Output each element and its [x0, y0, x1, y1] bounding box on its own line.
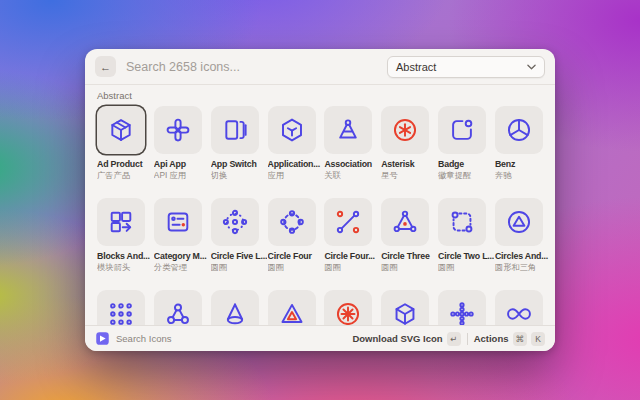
search-input[interactable]: Search 2658 icons...: [126, 60, 240, 74]
icon-name: Asterisk: [381, 159, 437, 169]
icon-cell-molecule: [154, 290, 210, 325]
icon-tile-asterisk[interactable]: [381, 106, 429, 154]
icon-cell-circle-three: Circle Three圆圈: [381, 198, 437, 274]
icon-tile-cube[interactable]: [381, 290, 429, 325]
search-header: ← Search 2658 icons... Abstract: [85, 49, 555, 85]
icon-tile-cone[interactable]: [211, 290, 259, 325]
icon-tile-blocks-and-arrows[interactable]: [97, 198, 145, 246]
icon-tile-circle-three[interactable]: [381, 198, 429, 246]
icon-name: Benz: [495, 159, 551, 169]
footer-bar: Search Icons Download SVG Icon ↵ Actions…: [85, 325, 555, 351]
icon-tile-circles-and-triangle[interactable]: [495, 198, 543, 246]
icon-name: Api App: [154, 159, 210, 169]
icon-cell-badge: Badge徽章提醒: [438, 106, 494, 182]
results-area: Abstract Ad Product广告产品Api AppAPI 应用App …: [85, 85, 555, 325]
icon-name: Circle Five L...: [211, 251, 267, 261]
icon-name: Association: [324, 159, 380, 169]
iconpark-logo: [95, 331, 110, 346]
icon-subtitle: 广告产品: [97, 170, 153, 181]
icon-tile-app-switch[interactable]: [211, 106, 259, 154]
back-button[interactable]: ←: [95, 56, 116, 77]
icon-tile-circle-four[interactable]: [268, 198, 316, 246]
icon-name: Application...: [268, 159, 324, 169]
icon-cell-dot-matrix: [97, 290, 153, 325]
icon-tile-dots-cross[interactable]: [438, 290, 486, 325]
icon-tile-application[interactable]: [268, 106, 316, 154]
icon-subtitle: 奔驰: [495, 170, 551, 181]
icon-cell-circle-four-lines: Circle Four...圆圈: [324, 198, 380, 274]
actions-menu[interactable]: Actions ⌘ K: [474, 332, 545, 346]
icon-tile-circle-four-lines[interactable]: [324, 198, 372, 246]
icon-tile-infinity[interactable]: [495, 290, 543, 325]
actions-label: Actions: [474, 333, 509, 344]
icon-name: Category M...: [154, 251, 210, 261]
icon-name: Circle Two L...: [438, 251, 494, 261]
icon-cell-nested-triangle: [268, 290, 324, 325]
icon-subtitle: 应用: [268, 170, 324, 181]
icon-subtitle: API 应用: [154, 170, 210, 181]
icon-cell-circles-and-triangle: Circles And...圆形和三角: [495, 198, 551, 274]
icon-name: Circle Three: [381, 251, 437, 261]
icon-subtitle: 徽章提醒: [438, 170, 494, 181]
icon-tile-nested-triangle[interactable]: [268, 290, 316, 325]
icon-cell-circle-five: Circle Five L...圆圈: [211, 198, 267, 274]
icon-subtitle: 分类管理: [154, 262, 210, 273]
icon-cell-asterisk: Asterisk星号: [381, 106, 437, 182]
icon-tile-starburst[interactable]: [324, 290, 372, 325]
icon-tile-badge[interactable]: [438, 106, 486, 154]
desktop-background: { "header": { "back_glyph": "←", "search…: [0, 0, 640, 400]
chevron-down-icon: [527, 64, 536, 70]
enter-key-badge: ↵: [447, 332, 461, 346]
icon-subtitle: 切换: [211, 170, 267, 181]
icon-name: App Switch: [211, 159, 267, 169]
icon-name: Circle Four: [268, 251, 324, 261]
arrow-left-icon: ←: [100, 61, 111, 73]
icon-subtitle: 圆形和三角: [495, 262, 551, 273]
icon-subtitle: 模块箭头: [97, 262, 153, 273]
icon-search-window: ← Search 2658 icons... Abstract Abstract…: [85, 49, 555, 351]
icon-grid: Ad Product广告产品Api AppAPI 应用App Switch切换A…: [97, 106, 543, 325]
icon-tile-association[interactable]: [324, 106, 372, 154]
icon-cell-category-management: Category M...分类管理: [154, 198, 210, 274]
icon-cell-circle-four: Circle Four圆圈: [268, 198, 324, 274]
icon-name: Circle Four...: [324, 251, 380, 261]
icon-tile-api-app[interactable]: [154, 106, 202, 154]
icon-cell-benz: Benz奔驰: [495, 106, 551, 182]
icon-tile-circle-five[interactable]: [211, 198, 259, 246]
k-key-badge: K: [531, 332, 545, 346]
icon-cell-dots-cross: [438, 290, 494, 325]
icon-cell-association: Association关联: [324, 106, 380, 182]
download-svg-action[interactable]: Download SVG Icon ↵: [352, 332, 460, 346]
icon-cell-app-switch: App Switch切换: [211, 106, 267, 182]
download-svg-label: Download SVG Icon: [352, 333, 442, 344]
category-dropdown[interactable]: Abstract: [387, 56, 545, 78]
cmd-key-badge: ⌘: [513, 332, 528, 346]
section-title: Abstract: [97, 90, 543, 101]
icon-name: Ad Product: [97, 159, 153, 169]
icon-tile-circle-two[interactable]: [438, 198, 486, 246]
icon-subtitle: 圆圈: [381, 262, 437, 273]
icon-name: Badge: [438, 159, 494, 169]
icon-name: Circles And...: [495, 251, 551, 261]
icon-tile-molecule[interactable]: [154, 290, 202, 325]
icon-cell-api-app: Api AppAPI 应用: [154, 106, 210, 182]
icon-tile-benz[interactable]: [495, 106, 543, 154]
icon-tile-dot-matrix[interactable]: [97, 290, 145, 325]
category-dropdown-value: Abstract: [396, 61, 436, 73]
icon-cell-circle-two: Circle Two L...圆圈: [438, 198, 494, 274]
icon-tile-ad-product[interactable]: [97, 106, 145, 154]
icon-name: Blocks And...: [97, 251, 153, 261]
icon-cell-blocks-and-arrows: Blocks And...模块箭头: [97, 198, 153, 274]
icon-cell-cube: [381, 290, 437, 325]
footer-divider: [467, 333, 468, 345]
icon-cell-application: Application...应用: [268, 106, 324, 182]
icon-subtitle: 星号: [381, 170, 437, 181]
icon-cell-starburst: [324, 290, 380, 325]
icon-tile-category-management[interactable]: [154, 198, 202, 246]
icon-cell-ad-product: Ad Product广告产品: [97, 106, 153, 182]
icon-cell-cone: [211, 290, 267, 325]
icon-subtitle: 圆圈: [211, 262, 267, 273]
icon-subtitle: 圆圈: [268, 262, 324, 273]
icon-subtitle: 关联: [324, 170, 380, 181]
footer-app-name: Search Icons: [116, 333, 171, 344]
